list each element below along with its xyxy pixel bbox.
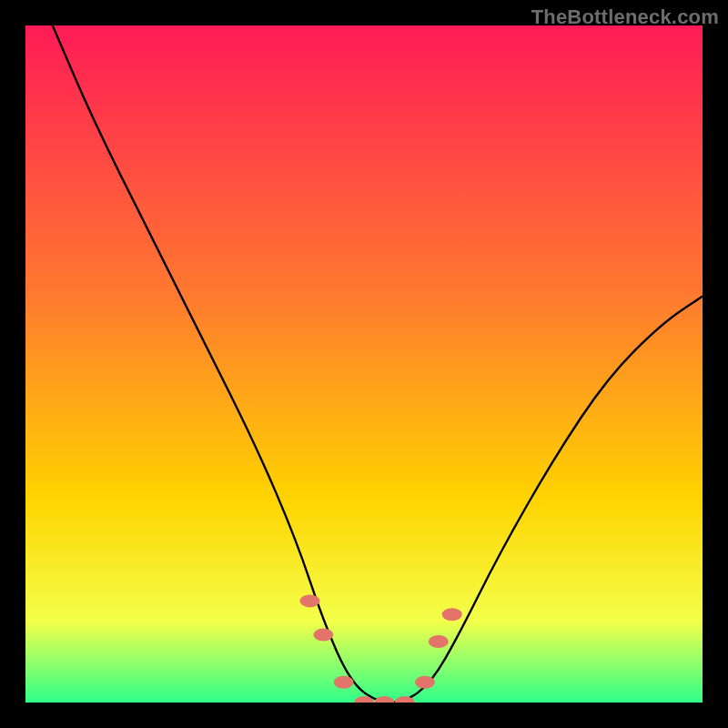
chart-svg bbox=[25, 25, 703, 703]
trough-marker bbox=[442, 608, 462, 621]
trough-marker bbox=[429, 635, 449, 648]
gradient-background bbox=[25, 25, 703, 703]
trough-marker bbox=[415, 676, 435, 689]
trough-marker bbox=[313, 629, 333, 642]
plot-area bbox=[25, 25, 703, 703]
trough-marker bbox=[334, 676, 354, 689]
trough-marker bbox=[299, 594, 319, 607]
watermark-text: TheBottleneck.com bbox=[531, 5, 719, 29]
outer-frame: TheBottleneck.com bbox=[0, 0, 728, 728]
